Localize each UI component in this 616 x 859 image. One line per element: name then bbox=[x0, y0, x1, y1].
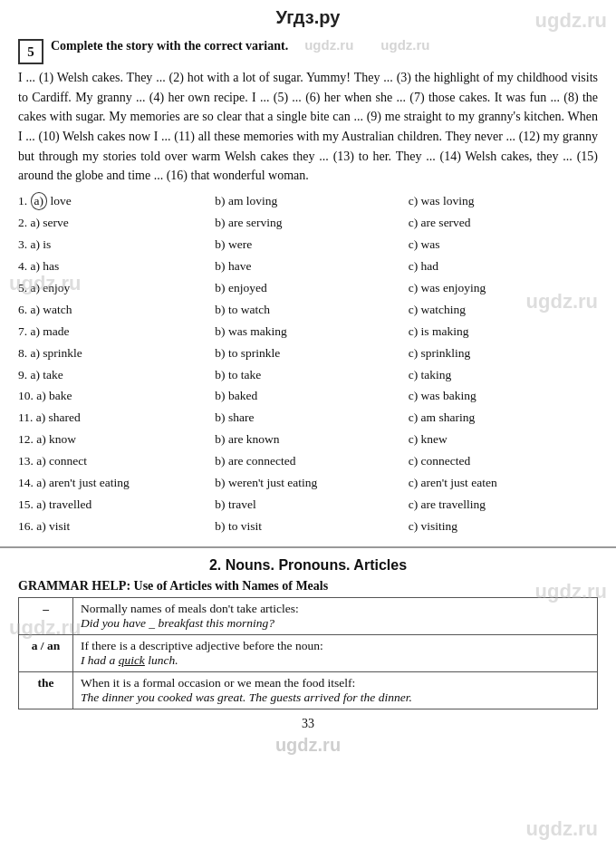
choice-11c: c) am sharing bbox=[405, 408, 598, 429]
section-divider bbox=[0, 546, 616, 548]
choice-7c: c) is making bbox=[405, 322, 598, 343]
grammar-example-1: Did you have _ breakfast this morning? bbox=[81, 616, 274, 630]
grammar-row-the: the When it is a formal occasion or we m… bbox=[19, 671, 598, 709]
choice-8a: 8. a) sprinkle bbox=[18, 343, 211, 364]
choice-3c: c) was bbox=[405, 235, 598, 256]
choice-12a: 12. a) know bbox=[18, 430, 211, 450]
choice-5a: 5. a) enjoy bbox=[18, 278, 211, 299]
site-title: Угдз.ру bbox=[0, 0, 616, 32]
choice-9a: 9. a) take bbox=[18, 365, 211, 386]
choice-9b: b) to take bbox=[211, 365, 404, 386]
choices-section: 1. a) love b) am loving c) was loving 2.… bbox=[18, 191, 598, 537]
choice-8c: c) sprinkling bbox=[405, 343, 598, 364]
choice-6b: b) to watch bbox=[211, 300, 404, 321]
grammar-desc-2: If there is a descriptive adjective befo… bbox=[81, 639, 323, 652]
choice-3b: b) were bbox=[211, 235, 404, 256]
choice-2c: c) are served bbox=[405, 213, 598, 234]
choice-4a: 4. a) has bbox=[18, 256, 211, 277]
choice-16b: b) to visit bbox=[211, 516, 404, 537]
choice-13b: b) are connected bbox=[211, 451, 404, 472]
choice-1b: b) am loving bbox=[211, 191, 404, 212]
grammar-underline-quick: quick bbox=[119, 653, 145, 667]
choice-15b: b) travel bbox=[211, 495, 404, 516]
grammar-key-the: the bbox=[19, 671, 73, 709]
grammar-table: – Normally names of meals don't take art… bbox=[18, 597, 598, 709]
choice-3a: 3. a) is bbox=[18, 235, 211, 256]
grammar-help-title: GRAMMAR HELP: Use of Articles with Names… bbox=[18, 579, 598, 594]
grammar-desc-3: When it is a formal occasion or we mean … bbox=[81, 676, 355, 690]
choice-16c: c) visiting bbox=[405, 516, 598, 537]
choice-15c: c) are travelling bbox=[405, 495, 598, 516]
choice-12b: b) are known bbox=[211, 430, 404, 450]
task-instruction: Complete the story with the correct vari… bbox=[51, 37, 288, 55]
choice-10c: c) was baking bbox=[405, 386, 598, 407]
choice-13a: 13. a) connect bbox=[18, 451, 211, 472]
choice-15a: 15. a) travelled bbox=[18, 495, 211, 516]
grammar-row-aan: a / an If there is a descriptive adjecti… bbox=[19, 634, 598, 671]
choice-6c: c) watching bbox=[405, 300, 598, 321]
section2-title: 2. Nouns. Pronouns. Articles bbox=[18, 557, 598, 574]
choice-14b: b) weren't just eating bbox=[211, 473, 404, 494]
watermark-7: ugdz.ru bbox=[526, 817, 598, 841]
choice-5c: c) was enjoying bbox=[405, 278, 598, 299]
choice-9c: c) taking bbox=[405, 365, 598, 386]
grammar-text-the: When it is a formal occasion or we mean … bbox=[73, 671, 598, 709]
choice-4c: c) had bbox=[405, 256, 598, 277]
choice-1c: c) was loving bbox=[405, 191, 598, 212]
watermark-inline-1: ugdz.ru bbox=[304, 37, 353, 53]
choice-4b: b) have bbox=[211, 256, 404, 277]
grammar-text-aan: If there is a descriptive adjective befo… bbox=[73, 634, 598, 671]
grammar-text-dash: Normally names of meals don't take artic… bbox=[73, 597, 598, 634]
grammar-example-3: The dinner you cooked was great. The gue… bbox=[81, 690, 412, 704]
task-number: 5 bbox=[18, 39, 43, 64]
choice-7a: 7. a) made bbox=[18, 322, 211, 343]
choice-2a: 2. a) serve bbox=[18, 213, 211, 234]
choice-7b: b) was making bbox=[211, 322, 404, 343]
choice-1a: 1. a) love bbox=[18, 191, 211, 212]
choice-6a: 6. a) watch bbox=[18, 300, 211, 321]
watermark-inline-2: ugdz.ru bbox=[380, 37, 429, 53]
choice-5b: b) enjoyed bbox=[211, 278, 404, 299]
task-header: 5 Complete the story with the correct va… bbox=[18, 37, 598, 64]
grammar-example-2: I had a quick lunch. bbox=[81, 653, 178, 667]
choice-11b: b) share bbox=[211, 408, 404, 429]
choice-1a-circled: a) bbox=[31, 192, 48, 210]
story-text: I ... (1) Welsh cakes. They ... (2) hot … bbox=[18, 68, 598, 186]
choice-12c: c) knew bbox=[405, 430, 598, 450]
grammar-key-aan: a / an bbox=[19, 634, 73, 671]
choice-16a: 16. a) visit bbox=[18, 516, 211, 537]
page-number: 33 bbox=[0, 717, 616, 731]
watermark-bottom-center: ugdz.ru bbox=[0, 735, 616, 763]
choice-8b: b) to sprinkle bbox=[211, 343, 404, 364]
choice-14a: 14. a) aren't just eating bbox=[18, 473, 211, 494]
choices-grid: 1. a) love b) am loving c) was loving 2.… bbox=[18, 191, 598, 537]
choice-11a: 11. a) shared bbox=[18, 408, 211, 429]
choice-13c: c) connected bbox=[405, 451, 598, 472]
choice-2b: b) are serving bbox=[211, 213, 404, 234]
choice-10a: 10. a) bake bbox=[18, 386, 211, 407]
grammar-desc-1: Normally names of meals don't take artic… bbox=[81, 602, 299, 615]
grammar-key-dash: – bbox=[19, 597, 73, 634]
grammar-row-dash: – Normally names of meals don't take art… bbox=[19, 597, 598, 634]
choice-14c: c) aren't just eaten bbox=[405, 473, 598, 494]
choice-10b: b) baked bbox=[211, 386, 404, 407]
